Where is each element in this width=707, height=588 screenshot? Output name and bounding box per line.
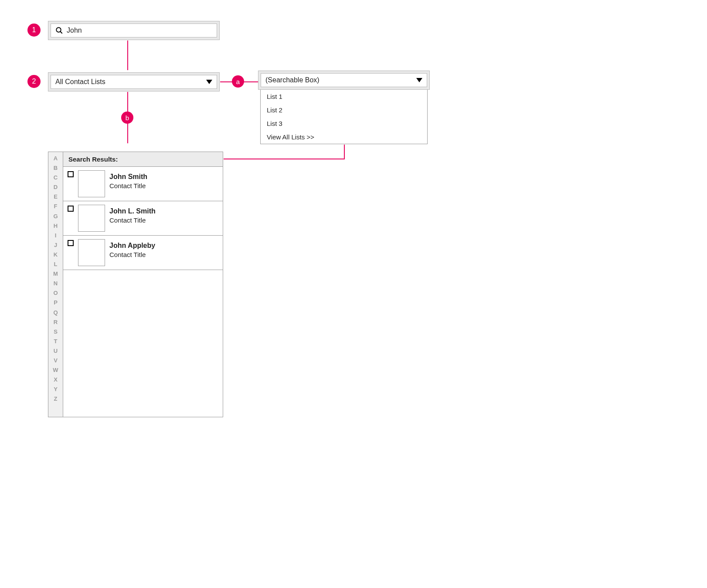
connector-line: [127, 41, 128, 70]
result-thumbnail: [78, 170, 105, 197]
alpha-index-letter[interactable]: Z: [54, 394, 58, 404]
alpha-index: A B C D E F G H I J K L M N O P Q R S T …: [48, 152, 63, 417]
search-field-container: John: [48, 21, 220, 40]
svg-line-1: [60, 31, 62, 34]
alpha-index-letter[interactable]: U: [54, 346, 58, 356]
alpha-index-letter[interactable]: Y: [54, 385, 58, 394]
result-name: John Smith: [109, 173, 147, 181]
result-title: Contact Title: [109, 182, 147, 189]
result-text: John Appleby Contact Title: [109, 239, 155, 258]
alpha-index-letter[interactable]: F: [54, 202, 58, 211]
result-checkbox[interactable]: [68, 171, 74, 177]
alpha-index-letter[interactable]: Q: [53, 308, 58, 318]
results-main: Search Results: John Smith Contact Title…: [63, 152, 223, 417]
chevron-down-icon: [416, 78, 422, 82]
alpha-index-letter[interactable]: I: [55, 231, 57, 240]
dropdown-search-input[interactable]: (Searchable Box): [261, 73, 427, 87]
search-input[interactable]: John: [51, 24, 217, 37]
chevron-down-icon: [206, 80, 212, 84]
search-input-value: John: [67, 27, 212, 34]
result-row[interactable]: John L. Smith Contact Title: [63, 201, 223, 236]
alpha-index-letter[interactable]: H: [54, 221, 58, 231]
alpha-index-letter[interactable]: G: [53, 212, 58, 221]
alpha-index-letter[interactable]: L: [54, 260, 58, 269]
results-panel: A B C D E F G H I J K L M N O P Q R S T …: [48, 152, 223, 417]
filter-dropdown-value: All Contact Lists: [55, 78, 206, 86]
dropdown-panel: (Searchable Box) List 1 List 2 List 3 Vi…: [258, 71, 430, 144]
callout-badge-a: a: [232, 75, 244, 88]
result-text: John Smith Contact Title: [109, 170, 147, 189]
alpha-index-letter[interactable]: E: [54, 192, 58, 202]
alpha-index-letter[interactable]: V: [54, 356, 58, 365]
result-text: John L. Smith Contact Title: [109, 205, 156, 224]
dropdown-option[interactable]: List 1: [261, 90, 427, 103]
alpha-index-letter[interactable]: O: [53, 288, 58, 298]
dropdown-search-placeholder: (Searchable Box): [265, 76, 416, 84]
result-thumbnail: [78, 205, 105, 232]
callout-badge-1: 1: [27, 24, 41, 37]
result-checkbox[interactable]: [68, 206, 74, 212]
dropdown-option[interactable]: List 3: [261, 117, 427, 130]
dropdown-option[interactable]: List 2: [261, 103, 427, 117]
alpha-index-letter[interactable]: S: [54, 327, 58, 337]
alpha-index-letter[interactable]: A: [54, 154, 58, 163]
result-title: Contact Title: [109, 251, 155, 258]
alpha-index-letter[interactable]: M: [53, 269, 58, 279]
alpha-index-letter[interactable]: T: [54, 337, 58, 346]
result-name: John Appleby: [109, 242, 155, 250]
result-checkbox[interactable]: [68, 240, 74, 246]
result-title: Contact Title: [109, 216, 156, 224]
result-row[interactable]: John Appleby Contact Title: [63, 236, 223, 270]
connector-line: [224, 159, 345, 159]
alpha-index-letter[interactable]: N: [54, 279, 58, 288]
dropdown-options-list: List 1 List 2 List 3 View All Lists >>: [260, 90, 428, 144]
alpha-index-letter[interactable]: X: [54, 375, 58, 385]
filter-dropdown-container: All Contact Lists: [48, 72, 220, 91]
connector-line: [344, 145, 345, 159]
result-row[interactable]: John Smith Contact Title: [63, 167, 223, 201]
alpha-index-letter[interactable]: R: [54, 318, 58, 327]
filter-dropdown[interactable]: All Contact Lists: [51, 75, 217, 89]
dropdown-option-view-all[interactable]: View All Lists >>: [261, 130, 427, 144]
alpha-index-letter[interactable]: P: [54, 298, 58, 308]
svg-point-0: [56, 27, 61, 32]
result-thumbnail: [78, 239, 105, 266]
alpha-index-letter[interactable]: C: [54, 173, 58, 182]
results-header: Search Results:: [63, 152, 223, 167]
result-name: John L. Smith: [109, 207, 156, 215]
dropdown-search-container: (Searchable Box): [258, 71, 430, 90]
alpha-index-letter[interactable]: J: [54, 240, 57, 250]
callout-badge-b: b: [121, 112, 133, 124]
callout-badge-2: 2: [27, 75, 41, 88]
alpha-index-letter[interactable]: W: [53, 365, 58, 375]
search-icon: [55, 27, 63, 34]
alpha-index-letter[interactable]: K: [54, 250, 58, 260]
alpha-index-letter[interactable]: B: [54, 163, 58, 173]
alpha-index-letter[interactable]: D: [54, 182, 58, 192]
